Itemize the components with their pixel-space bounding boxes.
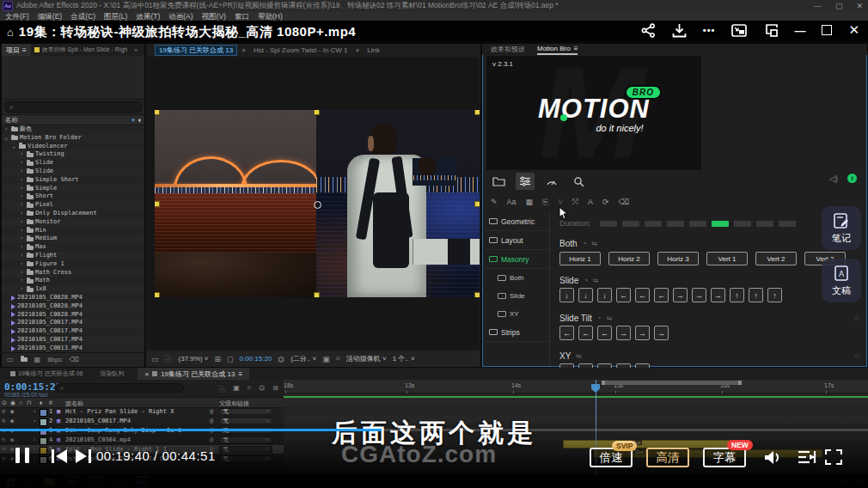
duration-segment[interactable] <box>734 221 751 227</box>
twirl-icon[interactable]: › <box>4 125 9 134</box>
close-tab-icon[interactable]: × <box>356 46 360 54</box>
time-ruler[interactable]: 13s14s15s16s17s18s <box>284 380 868 393</box>
project-tree-item[interactable]: 20210105_C0028.MP4 <box>2 294 144 302</box>
category-item[interactable]: Slide <box>482 287 549 305</box>
project-tree-item[interactable]: 20210105_C0017.MP4 <box>2 327 144 336</box>
twirl-icon[interactable]: › <box>20 192 25 201</box>
mask-visibility-icon[interactable]: ◻ <box>227 355 233 363</box>
preset-arrow-button[interactable]: ↑ <box>730 288 744 302</box>
twirl-icon[interactable]: › <box>20 185 25 193</box>
preset-arrow-button[interactable]: ↓ <box>597 288 612 302</box>
new-folder-icon[interactable] <box>21 356 28 363</box>
twirl-icon[interactable]: › <box>20 159 25 168</box>
category-item[interactable]: Strips <box>482 323 549 342</box>
duration-segment[interactable] <box>779 221 796 227</box>
favorite-star-icon[interactable]: ☆ <box>853 351 860 360</box>
twirl-icon[interactable]: › <box>20 235 25 243</box>
category-item[interactable]: Layout <box>482 231 549 250</box>
region-of-interest-icon[interactable]: ▣ <box>322 355 330 363</box>
player-close-icon[interactable]: ✕ <box>848 22 859 38</box>
ruler-icon[interactable]: ⊞ <box>214 355 221 363</box>
tab-composition-active[interactable]: 19集练习 已关联合成 13 <box>155 45 237 56</box>
duration-segment[interactable] <box>689 221 706 227</box>
motion-blur-icon[interactable]: ⏣ <box>259 384 265 393</box>
selection-handle[interactable] <box>314 292 320 297</box>
camera-dropdown[interactable]: 活动摄像机 ˅ <box>346 354 387 363</box>
duration-segment[interactable] <box>712 221 729 227</box>
twirl-icon[interactable]: › <box>20 210 25 218</box>
mini-player-icon[interactable] <box>763 24 778 37</box>
project-tree-item[interactable]: › Min <box>2 227 144 235</box>
project-tree-item[interactable]: › Pixel <box>2 201 144 210</box>
volume-icon[interactable] <box>763 449 782 469</box>
flip-icon[interactable]: ⇋ <box>576 352 582 360</box>
player-minimize-icon[interactable]: — <box>794 24 805 37</box>
duration-segment[interactable] <box>667 221 684 227</box>
preset-arrow-button[interactable]: ← <box>635 288 650 302</box>
tab-effects-presets[interactable]: 效果和预设 <box>491 45 525 54</box>
download-icon[interactable] <box>672 23 687 38</box>
preset-arrow-button[interactable]: ↓ <box>559 288 574 302</box>
twirl-icon[interactable]: › <box>20 201 25 210</box>
twirl-icon[interactable]: › <box>20 168 25 176</box>
transcript-button[interactable]: A 文稿 <box>822 259 861 302</box>
tray-display-icon[interactable]: ▭ <box>840 477 847 485</box>
preset-button[interactable]: Horiz 1 <box>559 252 601 265</box>
tag-icon[interactable]: ⬧ <box>138 117 141 124</box>
work-area-bar[interactable] <box>602 381 742 385</box>
twirl-icon[interactable]: › <box>20 150 25 159</box>
preset-arrow-button[interactable]: → <box>711 288 725 302</box>
image-icon[interactable]: ▦ <box>526 198 534 206</box>
after-effects-taskbar-icon[interactable]: Ae <box>136 476 148 488</box>
pause-button[interactable] <box>15 448 29 463</box>
twirl-icon[interactable]: › <box>20 269 25 278</box>
delete-icon[interactable]: ⌫ <box>69 356 78 363</box>
project-search-input[interactable]: ⌕ <box>4 101 142 113</box>
sort-down-icon[interactable]: ▼ <box>131 118 136 123</box>
preset-arrow-button[interactable]: ← <box>616 288 631 302</box>
twirl-icon[interactable]: › <box>20 176 25 185</box>
project-tree-item[interactable]: ⌄ Videolancer <box>2 143 144 151</box>
tray-volume-icon[interactable]: ◁) <box>853 477 861 485</box>
fullscreen-icon[interactable] <box>825 449 842 468</box>
tray-expand-icon[interactable]: ^ <box>828 477 832 485</box>
next-episode-button[interactable] <box>74 448 93 468</box>
project-tree-item[interactable]: › Twisting <box>2 150 144 159</box>
resolution-dropdown[interactable]: (二分.. ˅ <box>290 354 316 363</box>
tab-project[interactable]: 项目 ≡ <box>2 44 31 56</box>
project-tree-item[interactable]: › Figure 1 <box>2 260 144 269</box>
category-item[interactable]: Both <box>482 269 549 287</box>
category-item[interactable]: Geometric <box>482 212 549 231</box>
tab-effect-controls[interactable]: 效果控件 Splt - Msn Slide - Righ <box>31 46 131 54</box>
letter-a-icon[interactable]: A <box>588 198 593 206</box>
new-composition-icon[interactable]: ▦ <box>34 356 41 363</box>
tab-link[interactable]: Link <box>364 46 383 54</box>
selection-handle[interactable] <box>155 201 160 207</box>
twirl-icon[interactable]: › <box>20 252 25 260</box>
selection-handle[interactable] <box>474 201 480 207</box>
trash-icon[interactable]: ⌫ <box>618 198 629 206</box>
parent-pickwhip-icon[interactable]: @ <box>210 407 213 416</box>
viewer-timecode[interactable]: 0:00:15:20 <box>239 355 272 363</box>
project-tree-item[interactable]: › Math Cross <box>2 269 144 278</box>
project-tree-item[interactable]: › Max <box>2 243 144 252</box>
timeline-search-input[interactable]: ⌕ <box>55 383 184 393</box>
selection-handle[interactable] <box>155 292 160 297</box>
preset-arrow-button[interactable]: → <box>692 288 706 302</box>
previous-episode-button[interactable] <box>50 448 69 468</box>
split-icon[interactable]: ⑂ <box>558 198 562 206</box>
sound-toggle-icon[interactable]: ◁) <box>829 174 838 183</box>
flip-icon[interactable]: ⇋ <box>607 314 613 322</box>
duration-segment[interactable] <box>645 221 662 227</box>
selection-handle[interactable] <box>474 110 480 115</box>
project-tree-item[interactable]: › Monitor <box>2 218 144 227</box>
file-explorer-icon[interactable] <box>44 479 54 486</box>
notes-button[interactable]: 笔记 <box>822 206 861 250</box>
preset-button[interactable]: Vert 1 <box>706 252 748 265</box>
browser-folder-icon[interactable] <box>489 173 508 190</box>
name-column-header[interactable]: 名称 <box>5 116 18 125</box>
tab-overflow-icon[interactable]: » <box>131 47 141 53</box>
project-tree-item[interactable]: 20210105_C0017.MP4 <box>2 336 144 345</box>
project-tree-item[interactable]: › Short <box>2 192 144 201</box>
speed-gauge-icon[interactable] <box>542 173 561 190</box>
